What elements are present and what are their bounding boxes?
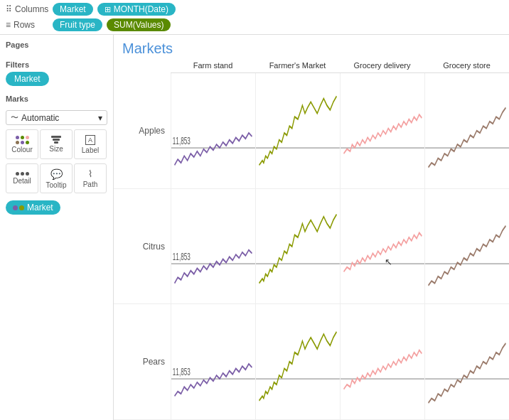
marks-icons-row-2: Detail 💬 Tooltip ⌇ Path <box>6 163 107 193</box>
cell-apples-grocerydelivery[interactable] <box>340 73 424 188</box>
tooltip-icon: 💬 <box>50 168 63 180</box>
colour-icon <box>16 136 29 144</box>
marks-type-dropdown[interactable]: 〜 Automatic ▾ <box>6 110 107 125</box>
marks-section: Marks 〜 Automatic ▾ Colour <box>6 95 107 215</box>
month-pill[interactable]: ⊞ MONTH(Date) <box>97 3 176 16</box>
columns-label: ⠿ Columns <box>6 4 48 14</box>
row-cells-apples: 11,853 <box>171 73 509 188</box>
row-cells-pears: 11,853 <box>171 304 509 419</box>
content-area: Markets Farm stand Farmer's Market Groce… <box>114 35 509 420</box>
wave-icon: 〜 <box>11 112 18 123</box>
marks-title: Marks <box>6 95 107 103</box>
colour-button[interactable]: Colour <box>6 129 38 159</box>
cell-citrus-farmstand[interactable]: 11,853 <box>171 189 255 304</box>
marks-icons-row-1: Colour Size A Label <box>6 129 107 159</box>
row-apples: Apples 11,853 <box>114 73 509 189</box>
cell-citrus-grocerydelivery[interactable]: ↖ <box>340 189 424 304</box>
cell-pears-grocerystore[interactable] <box>424 304 509 419</box>
path-button[interactable]: ⌇ Path <box>74 163 107 193</box>
chevron-down-icon: ▾ <box>98 113 102 123</box>
cell-pears-farmersmarket[interactable] <box>255 304 340 419</box>
label-button[interactable]: A Label <box>74 129 107 159</box>
row-citrus: Citrus 11,853 <box>114 189 509 305</box>
market-mark-row: Market <box>6 200 107 215</box>
col-header-1: Farmer's Market <box>255 60 340 71</box>
col-header-0: Farm stand <box>171 60 255 71</box>
market-pill[interactable]: Market <box>53 3 93 16</box>
path-icon: ⌇ <box>88 168 92 179</box>
cell-apples-farmstand[interactable]: 11,853 <box>171 73 255 188</box>
sidebar: Pages Filters Market Marks 〜 Automatic ▾… <box>0 35 114 420</box>
calendar-icon: ⊞ <box>105 5 111 14</box>
filters-title: Filters <box>6 60 107 69</box>
svg-text:11,853: 11,853 <box>173 366 191 377</box>
market-mark-pill[interactable]: Market <box>6 200 60 215</box>
pages-title: Pages <box>6 41 107 49</box>
svg-text:11,853: 11,853 <box>173 135 191 146</box>
market-filter-pill[interactable]: Market <box>6 72 49 86</box>
row-pears: Pears 11,853 <box>114 304 509 420</box>
cell-pears-farmstand[interactable]: 11,853 <box>171 304 255 419</box>
row-label-citrus: Citrus <box>114 189 171 304</box>
tooltip-button[interactable]: 💬 Tooltip <box>40 163 73 193</box>
cell-apples-grocerystore[interactable] <box>424 73 509 188</box>
cell-apples-farmersmarket[interactable] <box>255 73 340 188</box>
filters-section: Filters Market <box>6 60 107 86</box>
cell-pears-grocerydelivery[interactable] <box>340 304 424 419</box>
cell-citrus-grocerystore[interactable] <box>424 189 509 304</box>
detail-button[interactable]: Detail <box>6 163 38 193</box>
columns-shelf: ⠿ Columns Market ⊞ MONTH(Date) <box>6 3 503 16</box>
top-bar: ⠿ Columns Market ⊞ MONTH(Date) ≡ Rows Fr… <box>0 0 509 35</box>
size-button[interactable]: Size <box>40 129 73 159</box>
rows-shelf: ≡ Rows Fruit type SUM(Values) <box>6 18 503 31</box>
label-icon: A <box>85 135 95 145</box>
row-label-pears: Pears <box>114 304 171 419</box>
pages-section: Pages <box>6 41 107 52</box>
rows-label: ≡ Rows <box>6 20 48 30</box>
svg-text:11,853: 11,853 <box>173 250 191 262</box>
chart-title: Markets <box>114 35 509 60</box>
column-headers: Farm stand Farmer's Market Grocery deliv… <box>171 60 509 73</box>
main-layout: Pages Filters Market Marks 〜 Automatic ▾… <box>0 35 509 420</box>
row-cells-citrus: 11,853 <box>171 189 509 304</box>
columns-icon: ⠿ <box>6 4 12 14</box>
col-header-3: Grocery store <box>424 60 509 71</box>
detail-icon <box>16 172 29 176</box>
rows-icon: ≡ <box>6 20 11 30</box>
cell-citrus-farmersmarket[interactable] <box>255 189 340 304</box>
chart-rows: Apples 11,853 <box>114 73 509 420</box>
sum-pill[interactable]: SUM(Values) <box>107 18 171 31</box>
chart-area: Farm stand Farmer's Market Grocery deliv… <box>114 60 509 420</box>
color-dots <box>13 205 24 210</box>
fruit-pill[interactable]: Fruit type <box>53 18 102 31</box>
row-label-apples: Apples <box>114 73 171 188</box>
col-header-2: Grocery delivery <box>340 60 424 71</box>
size-icon <box>51 136 61 144</box>
